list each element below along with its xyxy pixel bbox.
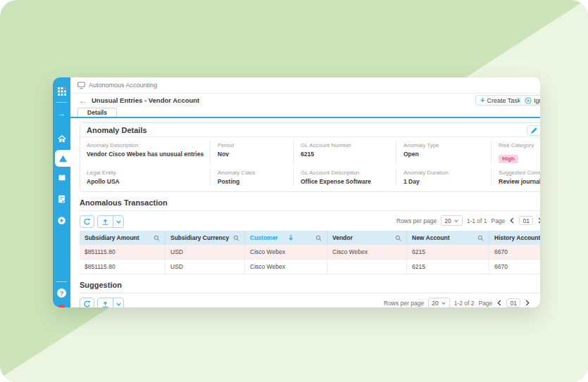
warning-triangle-icon xyxy=(58,155,68,163)
table-cell: Cisco Webex xyxy=(327,245,407,260)
field: Anomaly ClassPosting xyxy=(211,169,294,186)
table-cell: $851115.80 xyxy=(80,260,165,274)
ignore-button[interactable]: Ignore xyxy=(520,95,540,106)
anomalous-transaction-toolbar: Rows per page 20 1-1 of 1 Page 01 xyxy=(80,215,540,229)
export-button[interactable] xyxy=(98,298,113,307)
sidebar-divider xyxy=(56,102,67,103)
tab-bar: Details xyxy=(70,107,540,117)
arrow-right-icon: → xyxy=(58,109,65,117)
create-task-button[interactable]: + Create Task xyxy=(475,95,525,106)
sort-arrow-icon[interactable] xyxy=(288,234,294,241)
previous-page-button[interactable] xyxy=(509,217,515,224)
upload-icon xyxy=(101,218,109,226)
sidebar-item-home[interactable] xyxy=(53,131,70,146)
page-background: → xyxy=(0,0,588,382)
field: Anomaly Duration1 Day xyxy=(396,169,492,186)
next-page-button[interactable] xyxy=(537,217,540,224)
tab-details[interactable]: Details xyxy=(77,108,117,117)
page-label: Page xyxy=(491,217,505,224)
plus-icon: + xyxy=(480,96,484,104)
column-header[interactable]: History Account xyxy=(489,231,540,245)
app-titlebar: Autonomous Accounting xyxy=(70,77,540,94)
field: Anomaly DescriptionVendor Cisco Webex ha… xyxy=(80,141,211,164)
refresh-button[interactable] xyxy=(80,215,94,228)
sidebar-item-add[interactable] xyxy=(53,212,70,228)
search-icon[interactable] xyxy=(477,235,484,241)
sidebar-item-expand[interactable]: → xyxy=(53,106,70,121)
anomaly-details-card: Anomaly Details Anomaly DescriptionVendo… xyxy=(80,122,540,192)
field: GL Account DescriptionOffice Expense Sof… xyxy=(294,169,396,186)
rows-per-page-select[interactable]: 20 xyxy=(441,215,462,226)
column-header[interactable]: Vendor xyxy=(327,231,407,245)
column-header[interactable]: Customer xyxy=(245,231,327,245)
anomalous-transaction-section: Anomalous Transaction xyxy=(80,198,540,274)
search-icon[interactable] xyxy=(315,235,322,241)
field-label: Suggested Correction xyxy=(499,170,540,176)
field-value: Vendor Cisco Webex has unusual entries xyxy=(87,151,203,158)
risk-badge: High xyxy=(499,155,518,163)
field-value: Posting xyxy=(218,178,286,185)
field-label: Anomaly Duration xyxy=(404,170,484,176)
field: Anomaly TypeOpen xyxy=(396,141,492,164)
anomalous-transaction-title: Anomalous Transaction xyxy=(80,198,540,207)
sidebar-item-apps[interactable] xyxy=(53,84,70,99)
task-list-icon xyxy=(58,195,65,203)
page-label: Page xyxy=(478,300,492,307)
section-divider xyxy=(80,293,540,293)
back-arrow-icon[interactable]: ← xyxy=(79,96,87,105)
upload-icon xyxy=(101,300,109,308)
search-icon[interactable] xyxy=(154,235,160,241)
next-page-button[interactable] xyxy=(525,300,530,306)
refresh-icon xyxy=(83,218,91,226)
section-divider xyxy=(80,210,540,211)
rows-per-page-select[interactable]: 20 xyxy=(428,298,449,307)
table-cell: 6670 xyxy=(489,260,540,274)
page-header: ← Unusual Entries - Vendor Account + Cre… xyxy=(70,94,540,107)
app-window: → xyxy=(53,77,540,307)
notification-dot-icon[interactable] xyxy=(58,305,65,307)
rows-per-page-label: Rows per page xyxy=(384,300,424,307)
ignore-circle-x-icon xyxy=(525,97,532,104)
search-icon[interactable] xyxy=(233,235,239,241)
export-options-button[interactable] xyxy=(113,216,123,227)
field-value: Review journal # 12 xyxy=(499,178,540,185)
plus-circle-icon xyxy=(57,216,66,225)
help-icon[interactable]: ? xyxy=(57,288,66,298)
table-cell: Cisco Webex xyxy=(245,260,327,274)
sidebar-item-tasks[interactable] xyxy=(53,191,70,207)
sidebar-item-ledger[interactable] xyxy=(53,170,70,186)
refresh-button[interactable] xyxy=(80,298,94,307)
sidebar: → xyxy=(53,77,70,307)
column-header-label: Vendor xyxy=(332,234,395,241)
column-header-label: Customer xyxy=(250,234,278,241)
table-cell: $851115.80 xyxy=(80,245,165,260)
previous-page-button[interactable] xyxy=(496,300,502,306)
page-number-input[interactable]: 01 xyxy=(519,216,533,225)
table-row[interactable]: $851115.80USDCisco WebexCisco Webex62156… xyxy=(80,245,540,260)
column-header-label: History Account xyxy=(494,234,540,241)
anomalous-transaction-pagination: Rows per page 20 1-1 of 1 Page 01 xyxy=(396,215,540,226)
column-header[interactable]: Subsidiary Currency xyxy=(165,231,245,245)
column-header-label: Subsidiary Amount xyxy=(85,234,154,241)
home-icon xyxy=(58,135,66,143)
breadcrumb: Unusual Entries - Vendor Account xyxy=(92,96,199,104)
page-number-input[interactable]: 01 xyxy=(506,298,520,307)
column-header[interactable]: Subsidiary Amount xyxy=(80,231,165,245)
chevron-down-icon xyxy=(115,219,122,225)
field: GL Account Number6215 xyxy=(294,141,396,164)
sidebar-item-anomalies[interactable] xyxy=(55,150,70,167)
export-button[interactable] xyxy=(98,216,113,227)
edit-button[interactable] xyxy=(527,125,540,136)
column-header-label: New Account xyxy=(412,234,477,241)
table-row[interactable]: $851115.80USDCisco Webex62156670 xyxy=(80,260,540,274)
chevron-down-icon xyxy=(441,300,446,306)
field-label: Period xyxy=(218,142,286,148)
column-header[interactable]: New Account xyxy=(407,231,489,245)
export-options-button[interactable] xyxy=(113,298,123,307)
field-label: GL Account Description xyxy=(301,170,389,176)
suggestion-section: Suggestion xyxy=(80,281,540,307)
table-cell: 6215 xyxy=(407,260,489,274)
table-cell: 6215 xyxy=(407,245,489,260)
field: Legal EntityApollo USA xyxy=(80,169,211,186)
search-icon[interactable] xyxy=(395,235,401,241)
